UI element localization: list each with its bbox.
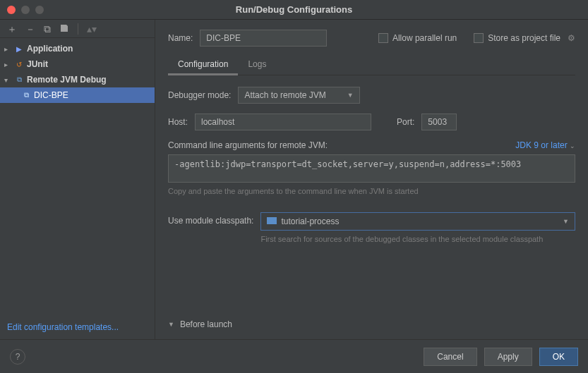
chevron-down-icon: ▼ xyxy=(168,321,174,328)
debugger-mode-select[interactable]: Attach to remote JVM ▼ xyxy=(238,87,359,104)
application-icon: ▶ xyxy=(14,44,24,54)
module-icon xyxy=(267,217,277,224)
chevron-right-icon: ▸ xyxy=(4,61,11,68)
tree-item-dic-bpe[interactable]: ⧉ DIC-BPE xyxy=(0,87,155,103)
checkbox-icon xyxy=(378,33,388,43)
store-project-checkbox[interactable]: Store as project file xyxy=(474,33,560,43)
cmd-arguments-textarea[interactable]: -agentlib:jdwp=transport=dt_socket,serve… xyxy=(168,154,575,183)
checkbox-label: Store as project file xyxy=(488,33,560,43)
save-configuration-icon[interactable] xyxy=(59,23,69,35)
dialog-footer: ? Cancel Apply OK xyxy=(0,339,588,373)
cmd-label: Command line arguments for remote JVM: xyxy=(168,140,328,150)
chevron-down-icon: ⌄ xyxy=(570,142,575,149)
tab-logs[interactable]: Logs xyxy=(238,55,276,75)
help-button[interactable]: ? xyxy=(10,349,25,365)
apply-button[interactable]: Apply xyxy=(484,348,532,366)
checkbox-label: Allow parallel run xyxy=(392,33,457,43)
gear-icon[interactable]: ⚙ xyxy=(568,33,575,43)
select-value: tutorial-process xyxy=(267,216,339,226)
chevron-right-icon: ▸ xyxy=(4,45,11,53)
chevron-down-icon: ▼ xyxy=(347,92,354,99)
classpath-select[interactable]: tutorial-process ▼ xyxy=(260,212,575,231)
tree-item-application[interactable]: ▸ ▶ Application xyxy=(0,41,155,56)
chevron-down-icon: ▾ xyxy=(4,76,11,84)
host-port-row: Host: Port: xyxy=(168,114,575,130)
select-value: Attach to remote JVM xyxy=(244,90,325,100)
button-bar: Cancel Apply OK xyxy=(424,348,578,366)
cmd-hint: Copy and paste the arguments to the comm… xyxy=(168,187,575,195)
port-input[interactable] xyxy=(421,114,457,130)
tree-item-junit[interactable]: ▸ ↺ JUnit xyxy=(0,56,155,72)
classpath-hint: First search for sources of the debugged… xyxy=(260,235,575,243)
close-window-icon[interactable] xyxy=(7,6,16,14)
window-title: Run/Debug Configurations xyxy=(7,4,581,15)
ok-button[interactable]: OK xyxy=(539,348,578,366)
move-up-icon[interactable]: ▴▾ xyxy=(87,24,97,34)
name-input[interactable] xyxy=(200,30,327,47)
remote-debug-icon: ⧉ xyxy=(14,75,24,85)
classpath-label: Use module classpath: xyxy=(168,212,253,226)
tree-label: JUnit xyxy=(27,59,48,69)
cancel-button[interactable]: Cancel xyxy=(424,348,476,366)
jdk-label: JDK 9 or later xyxy=(515,140,567,150)
junit-icon: ↺ xyxy=(14,59,24,69)
before-launch-label: Before launch xyxy=(180,319,232,329)
before-launch-section[interactable]: ▼ Before launch xyxy=(168,310,575,339)
configuration-tree: ▸ ▶ Application ▸ ↺ JUnit ▾ ⧉ Remote JVM… xyxy=(0,38,155,315)
sidebar: ＋ － ⧉ ▴▾ ▸ ▶ Application ▸ ↺ JUnit xyxy=(0,20,155,339)
add-configuration-icon[interactable]: ＋ xyxy=(7,24,17,34)
tree-label: Application xyxy=(27,44,73,54)
tab-bar: Configuration Logs xyxy=(168,55,575,75)
tree-item-remote-jvm[interactable]: ▾ ⧉ Remote JVM Debug xyxy=(0,72,155,87)
tree-label: Remote JVM Debug xyxy=(27,75,107,85)
chevron-down-icon: ▼ xyxy=(563,218,569,225)
debugger-mode-row: Debugger mode: Attach to remote JVM ▼ xyxy=(168,87,575,104)
edit-templates-link[interactable]: Edit configuration templates... xyxy=(0,315,155,339)
remove-configuration-icon[interactable]: － xyxy=(25,24,35,34)
tab-configuration[interactable]: Configuration xyxy=(168,55,238,75)
remote-debug-icon: ⧉ xyxy=(21,90,31,100)
dialog-window: Run/Debug Configurations ＋ － ⧉ ▴▾ ▸ ▶ Ap… xyxy=(0,0,588,373)
debugger-mode-label: Debugger mode: xyxy=(168,90,231,100)
tree-label: DIC-BPE xyxy=(34,90,68,100)
copy-configuration-icon[interactable]: ⧉ xyxy=(44,24,51,34)
traffic-lights xyxy=(7,6,44,14)
name-label: Name: xyxy=(168,33,193,43)
main-panel: Name: Allow parallel run Store as projec… xyxy=(155,20,588,339)
separator xyxy=(78,23,78,35)
titlebar: Run/Debug Configurations xyxy=(0,0,588,20)
name-row: Name: Allow parallel run Store as projec… xyxy=(168,30,575,47)
host-input[interactable] xyxy=(195,114,371,130)
host-label: Host: xyxy=(168,117,188,127)
dialog-body: ＋ － ⧉ ▴▾ ▸ ▶ Application ▸ ↺ JUnit xyxy=(0,20,588,339)
jdk-selector-link[interactable]: JDK 9 or later ⌄ xyxy=(515,140,575,150)
maximize-window-icon xyxy=(35,6,44,14)
tab-content: Debugger mode: Attach to remote JVM ▼ Ho… xyxy=(168,75,575,310)
minimize-window-icon xyxy=(21,6,30,14)
port-label: Port: xyxy=(397,117,414,127)
classpath-row: Use module classpath: tutorial-process ▼… xyxy=(168,212,575,243)
sidebar-toolbar: ＋ － ⧉ ▴▾ xyxy=(0,20,155,38)
cmd-label-row: Command line arguments for remote JVM: J… xyxy=(168,140,575,150)
allow-parallel-checkbox[interactable]: Allow parallel run xyxy=(378,33,457,43)
checkbox-icon xyxy=(474,33,484,43)
